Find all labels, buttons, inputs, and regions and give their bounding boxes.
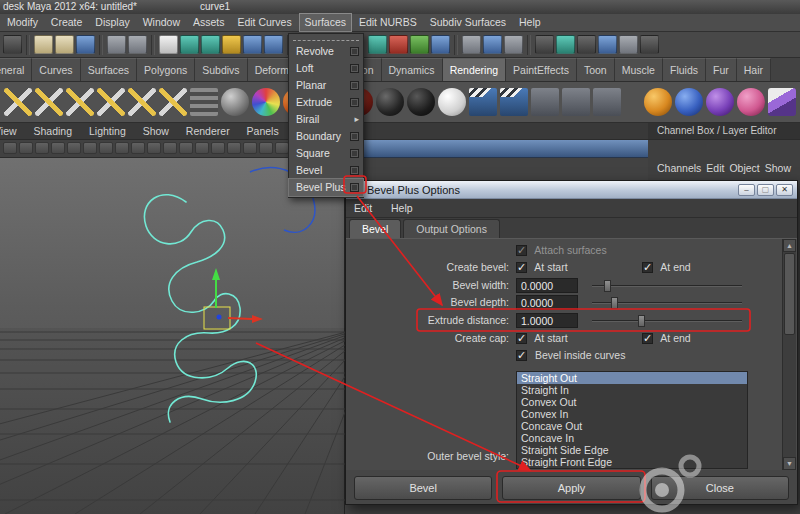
render-settings-icon[interactable] — [577, 35, 596, 54]
shelf-tab-toon[interactable]: Toon — [577, 58, 615, 81]
shelf-tab-dynamics[interactable]: Dynamics — [382, 58, 443, 81]
scene-hierarchy-icon[interactable] — [3, 35, 22, 54]
menu-item-square[interactable]: Square — [289, 145, 363, 162]
viewport-toolbar-icon[interactable] — [83, 142, 97, 154]
clapperboard-icon[interactable] — [469, 88, 497, 116]
save-scene-icon[interactable] — [76, 35, 95, 54]
shelf-tab-rendering[interactable]: Rendering — [443, 58, 506, 81]
channel-box-tab-object[interactable]: Object — [729, 159, 759, 177]
menu-subdiv-surfaces[interactable]: Subdiv Surfaces — [425, 14, 511, 31]
channel-box-header[interactable]: Channel Box / Layer Editor — [648, 123, 800, 140]
panel-menu-show[interactable]: Show — [136, 123, 176, 139]
bevel-option-box[interactable] — [350, 166, 359, 175]
construction-history-icon[interactable] — [368, 35, 387, 54]
bevel-plus-option-box[interactable] — [350, 183, 359, 192]
toolbar-icon[interactable] — [640, 35, 659, 54]
utility-icon[interactable] — [531, 88, 559, 116]
wand-tool-icon[interactable] — [159, 88, 187, 116]
close-button[interactable]: Close — [651, 476, 789, 500]
square-option-box[interactable] — [350, 149, 359, 158]
attach-surfaces-checkbox[interactable] — [516, 245, 527, 256]
planar-option-box[interactable] — [350, 81, 359, 90]
toolbar-icon[interactable] — [431, 35, 450, 54]
dialog-menu-edit[interactable]: Edit — [346, 202, 380, 214]
amber-sphere-icon[interactable] — [644, 88, 672, 116]
viewport-toolbar-icon[interactable] — [211, 142, 225, 154]
title-bar[interactable]: desk Maya 2012 x64: untitled* curve1 — [0, 0, 800, 14]
manipulator-x-axis[interactable] — [228, 318, 252, 319]
viewport-toolbar-icon[interactable] — [99, 142, 113, 154]
menu-item-extrude[interactable]: Extrude — [289, 94, 363, 111]
apply-button[interactable]: Apply — [502, 476, 640, 500]
open-scene-icon[interactable] — [55, 35, 74, 54]
menu-item-loft[interactable]: Loft — [289, 60, 363, 77]
channel-box-tab-edit[interactable]: Edit — [706, 159, 724, 177]
menu-surfaces[interactable]: Surfaces — [300, 14, 351, 31]
menu-item-revolve[interactable]: Revolve — [289, 43, 363, 60]
black-material-sphere-icon[interactable] — [376, 88, 404, 116]
toolbar-icon[interactable] — [483, 35, 502, 54]
menu-create[interactable]: Create — [46, 14, 88, 31]
clapperboard-icon[interactable] — [500, 88, 528, 116]
menu-modify[interactable]: Modify — [2, 14, 43, 31]
white-material-sphere-icon[interactable] — [438, 88, 466, 116]
paint-brush-icon[interactable] — [768, 88, 796, 116]
viewport-toolbar-icon[interactable] — [67, 142, 81, 154]
panel-menu-lighting[interactable]: Lighting — [82, 123, 133, 139]
channel-box-tab-show[interactable]: Show — [765, 159, 791, 177]
viewport-toolbar-icon[interactable] — [179, 142, 193, 154]
scroll-down-icon[interactable] — [783, 457, 796, 470]
bevel-depth-slider[interactable] — [592, 302, 742, 304]
shelf-tab-fluids[interactable]: Fluids — [663, 58, 706, 81]
purple-sphere-icon[interactable] — [706, 88, 734, 116]
shelf-tab-fur[interactable]: Fur — [706, 58, 737, 81]
shelf-tab-general[interactable]: General — [0, 58, 32, 81]
rotate-tool-icon[interactable] — [243, 35, 262, 54]
viewport-toolbar-icon[interactable] — [275, 142, 289, 154]
menu-edit-nurbs[interactable]: Edit NURBS — [354, 14, 422, 31]
panel-menu-panels[interactable]: Panels — [240, 123, 286, 139]
bevel-width-slider[interactable] — [592, 285, 742, 287]
menu-window[interactable]: Window — [138, 14, 185, 31]
maximize-button[interactable] — [757, 184, 774, 196]
blue-sphere-icon[interactable] — [675, 88, 703, 116]
wand-tool-icon[interactable] — [128, 88, 156, 116]
toolbar-icon[interactable] — [389, 35, 408, 54]
viewport-toolbar-icon[interactable] — [115, 142, 129, 154]
outer-bevel-style-list[interactable]: Straight Out Straight In Convex Out Conv… — [516, 371, 748, 469]
tab-output-options[interactable]: Output Options — [403, 219, 500, 238]
extrude-distance-slider[interactable] — [592, 320, 742, 322]
minimize-button[interactable] — [738, 184, 755, 196]
viewport-toolbar-icon[interactable] — [243, 142, 257, 154]
menu-item-boundary[interactable]: Boundary — [289, 128, 363, 145]
black-material-sphere-icon[interactable] — [407, 88, 435, 116]
scroll-up-icon[interactable] — [783, 239, 796, 252]
style-option-straight-front-edge[interactable]: Straight Front Edge — [517, 456, 747, 468]
viewport-toolbar-icon[interactable] — [3, 142, 17, 154]
extrude-distance-input[interactable] — [516, 313, 578, 328]
panel-menu-shading[interactable]: Shading — [27, 123, 80, 139]
viewport-toolbar-icon[interactable] — [147, 142, 161, 154]
dialog-menu-help[interactable]: Help — [383, 202, 421, 214]
menu-assets[interactable]: Assets — [188, 14, 230, 31]
ipr-render-icon[interactable] — [556, 35, 575, 54]
toolbar-icon[interactable] — [504, 35, 523, 54]
panel-menu-renderer[interactable]: Renderer — [179, 123, 237, 139]
style-option-convex-in[interactable]: Convex In — [517, 408, 747, 420]
manipulator-x-arrowhead[interactable] — [252, 315, 263, 323]
gray-material-sphere-icon[interactable] — [221, 88, 249, 116]
create-bevel-at-start-checkbox[interactable] — [516, 262, 527, 273]
manipulator-y-arrowhead[interactable] — [212, 268, 220, 280]
bevel-width-input[interactable] — [516, 278, 578, 293]
render-view-icon[interactable] — [535, 35, 554, 54]
extrude-option-box[interactable] — [350, 98, 359, 107]
style-option-straight-out[interactable]: Straight Out — [517, 372, 747, 384]
menu-display[interactable]: Display — [90, 14, 134, 31]
move-tool-icon[interactable] — [222, 35, 241, 54]
menu-edit-curves[interactable]: Edit Curves — [232, 14, 296, 31]
boundary-option-box[interactable] — [350, 132, 359, 141]
paint-select-icon[interactable] — [201, 35, 220, 54]
style-option-straight-side-edge[interactable]: Straight Side Edge — [517, 444, 747, 456]
bevel-inside-curves-checkbox[interactable] — [516, 350, 527, 361]
style-option-concave-out[interactable]: Concave Out — [517, 420, 747, 432]
